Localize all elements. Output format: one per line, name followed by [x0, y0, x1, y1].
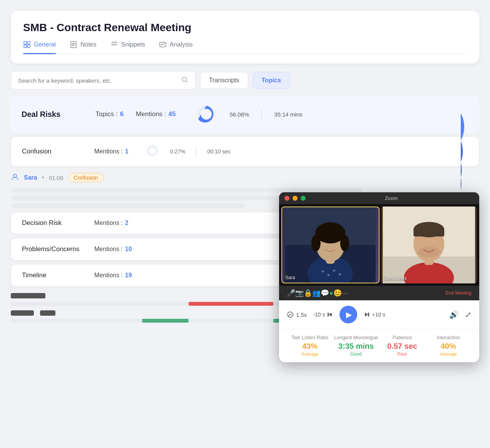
talk-listen-sub: Average [287, 351, 333, 357]
video-pane-sara: Sara [281, 207, 380, 283]
zoom-close-dot[interactable] [284, 196, 289, 201]
play-button[interactable]: ▶ [339, 306, 357, 323]
skip-back-btn[interactable]: -10 s [313, 311, 333, 318]
more-icon[interactable]: ··· [342, 289, 348, 297]
svg-point-15 [13, 174, 17, 177]
sara-name: Sara [24, 174, 37, 181]
svg-rect-0 [24, 42, 27, 44]
svg-point-22 [311, 235, 321, 251]
divider2 [196, 147, 196, 156]
svg-marker-39 [365, 313, 368, 316]
problems-mentions-label: Mentions : [94, 246, 123, 253]
speedometer-icon [287, 311, 294, 318]
side-pie-decoration [459, 75, 490, 211]
deal-risks-percent: 56.06% [229, 111, 249, 118]
search-input[interactable] [18, 77, 177, 84]
tab-snippets-label: Snippets [121, 41, 145, 48]
zoom-window: Zoom [279, 192, 479, 362]
tab-analysis-label: Analysis [170, 41, 193, 48]
record-icon[interactable]: ● [329, 289, 333, 297]
sam-video [381, 207, 477, 283]
svg-marker-37 [329, 313, 332, 316]
patience-sub: Poor [379, 351, 425, 357]
video-pane-sam: Sam Jones [381, 207, 477, 283]
playback-speed: 1.5x [296, 311, 307, 318]
svg-rect-3 [27, 45, 30, 48]
topics-filter-btn[interactable]: Topics [253, 72, 290, 89]
search-icon [181, 76, 188, 85]
svg-rect-1 [27, 42, 30, 44]
mentions-count: 45 [169, 110, 176, 118]
tab-notes[interactable]: Notes [70, 41, 97, 54]
search-box[interactable] [11, 71, 196, 90]
tab-analysis[interactable]: Analysis [159, 41, 193, 54]
text-line-3 [11, 203, 245, 208]
patience-label: Patience [379, 335, 425, 340]
svg-point-14 [149, 147, 156, 154]
sara-video-label: Sara [285, 275, 295, 280]
confusion-percent: 0.27% [170, 148, 186, 155]
volume-icon[interactable]: 🔊 [449, 310, 459, 319]
problems-count: 10 [125, 246, 132, 253]
confusion-mini-pie [145, 144, 159, 159]
tab-snippets[interactable]: Snippets [110, 41, 145, 54]
playback-bar: 1.5x -10 s ▶ +10 s 🔊 ⤢ [279, 300, 479, 329]
patience-value: 0.57 sec [379, 342, 425, 351]
zoom-minimize-dot[interactable] [293, 196, 298, 201]
reactions-icon[interactable]: 😊 [333, 289, 342, 297]
svg-point-23 [340, 235, 350, 251]
skip-forward-icon [363, 311, 370, 318]
analysis-icon [159, 41, 167, 48]
mentions-stat: Mentions : 45 [136, 110, 176, 118]
page-title: SMB - Contract Renewal Meeting [23, 22, 467, 34]
tabs-row: General Notes Snippets [23, 41, 467, 54]
monologue-value: 3:35 mins [333, 342, 379, 351]
svg-point-12 [201, 109, 212, 120]
deal-risks-card: Deal Risks Topics : 6 Mentions : 45 56.0… [11, 96, 479, 133]
timeline-mentions-label: Mentions : [94, 272, 123, 279]
svg-point-25 [327, 274, 329, 276]
confusion-mentions: Mentions : 1 [94, 148, 129, 155]
patience-stat: Patience 0.57 sec Poor [379, 335, 425, 357]
deal-risks-duration: 35:14 mins [274, 111, 302, 118]
zoom-expand-dot[interactable] [301, 196, 306, 201]
mic-icon[interactable]: 🎤 [287, 289, 295, 297]
zoom-titlebar: Zoom [279, 192, 479, 204]
deal-risks-title: Deal Risks [22, 110, 83, 119]
participants-icon[interactable]: 👥 [312, 289, 321, 297]
snippets-icon [110, 41, 118, 48]
decision-risk-count: 2 [125, 220, 129, 226]
tab-general-label: General [34, 41, 56, 48]
stats-bar: Talk Listen Ratio 43% Average Longest Mo… [279, 329, 479, 362]
tab-notes-label: Notes [80, 41, 97, 48]
chat-icon[interactable]: 💬 [321, 289, 329, 297]
fullscreen-icon[interactable]: ⤢ [465, 310, 472, 319]
interaction-value: 40% [425, 342, 472, 351]
decision-risk-mentions: Mentions : 2 [94, 220, 129, 226]
problems-label: Problems/Concerns [22, 245, 84, 253]
svg-point-9 [182, 77, 187, 82]
monologue-stat: Longest Monologue 3:35 mins Good [333, 335, 379, 357]
svg-point-26 [333, 270, 335, 272]
end-meeting-btn[interactable]: End Meeting [446, 290, 472, 296]
deal-risks-pie [196, 103, 217, 125]
tab-general[interactable]: General [23, 41, 56, 54]
interaction-sub: Average [425, 351, 472, 357]
divider [261, 110, 262, 119]
skip-forward-btn[interactable]: +10 s [363, 311, 385, 318]
svg-point-24 [322, 270, 324, 273]
svg-rect-38 [328, 313, 329, 316]
tl-green1-segment [142, 319, 189, 323]
transcripts-filter-btn[interactable]: Transcripts [200, 72, 248, 89]
decision-risk-label: Decision Risk [22, 219, 84, 227]
share-icon[interactable]: 🔒 [304, 289, 312, 297]
mentions-label: Mentions : [136, 110, 166, 118]
video-icon[interactable]: 📷 [295, 289, 304, 297]
speed-indicator: 1.5x [287, 311, 307, 318]
person-icon [11, 173, 19, 183]
svg-rect-40 [368, 313, 369, 316]
talk-listen-value: 43% [287, 342, 333, 351]
topic-row-confusion[interactable]: Confusion Mentions : 1 0.27% 00:10 sec [11, 137, 479, 167]
interaction-label: Interaction [425, 335, 472, 340]
talk-listen-label: Talk Listen Ratio [287, 335, 333, 340]
